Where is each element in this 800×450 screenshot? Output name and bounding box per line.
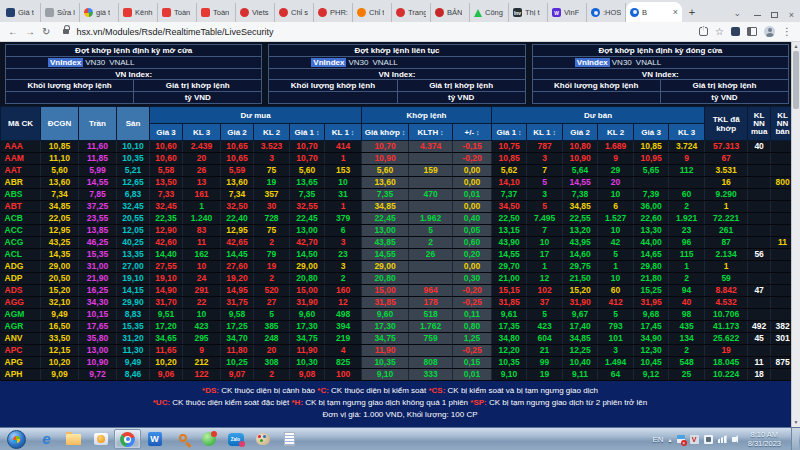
sub-header-gi-1[interactable]: Giá 1 ↕ (492, 124, 527, 141)
new-tab-button[interactable]: + (684, 4, 700, 20)
tab-search-chevron-icon[interactable]: ⌄ (733, 8, 741, 18)
chrome-taskbar-button[interactable] (114, 429, 141, 449)
ticker-cell[interactable]: ACG (1, 237, 41, 249)
table-row[interactable]: ACC12,9513,8512,0512,908312,957513,00613… (1, 225, 795, 237)
col-header-floor[interactable]: Sàn (117, 107, 150, 141)
table-row[interactable]: ABR13,6014,5512,6513,501313,601913,65101… (1, 177, 795, 189)
ticker-cell[interactable]: ANV (1, 333, 41, 345)
browser-tab[interactable]: Toàn (197, 3, 236, 22)
ticker-cell[interactable]: ABT (1, 201, 41, 213)
ticker-cell[interactable]: AGR (1, 321, 41, 333)
start-button[interactable] (7, 430, 26, 449)
ticker-cell[interactable]: APC (1, 345, 41, 357)
browser-tab[interactable]: Kênh (119, 3, 158, 22)
side-panel-icon[interactable] (747, 27, 757, 36)
browser-tab[interactable]: :HOS (587, 3, 626, 22)
security-taskbar-button[interactable] (195, 429, 222, 449)
extensions-icon[interactable] (731, 27, 740, 36)
ticker-cell[interactable]: ABS (1, 189, 41, 201)
index-tab-vnall[interactable]: VNALL (107, 58, 136, 67)
ticker-cell[interactable]: APH (1, 369, 41, 381)
profile-avatar[interactable] (764, 26, 775, 37)
index-tab-vn30[interactable]: VN30 (346, 58, 370, 67)
index-tab-vn30[interactable]: VN30 (610, 58, 634, 67)
index-tab-vnall[interactable]: VNALL (634, 58, 663, 67)
browser-tab[interactable]: WVinF (548, 3, 587, 22)
search-taskbar-button[interactable] (168, 429, 195, 449)
browser-tab[interactable]: Sửa l (41, 3, 80, 22)
browser-tab[interactable]: Giá t (2, 3, 41, 22)
ticker-cell[interactable]: ACL (1, 249, 41, 261)
maximize-button[interactable] (766, 8, 783, 22)
ticker-cell[interactable]: ADG (1, 261, 41, 273)
table-row[interactable]: ANV33,5035,8031,2034,6529534,7024834,752… (1, 333, 795, 345)
table-row[interactable]: ABT34,8537,2532,4532,45132,503032,55134,… (1, 201, 795, 213)
table-row[interactable]: APH9,099,728,469,061229,0729,081009,1033… (1, 369, 795, 381)
browser-tab[interactable]: PHR: (314, 3, 353, 22)
back-icon[interactable]: ← (8, 26, 18, 37)
index-tab-vnall[interactable]: VNALL (370, 58, 399, 67)
table-row[interactable]: AAA10,8511,6010,1010,602.43910,653.52310… (1, 141, 795, 153)
tray-chevron-icon[interactable]: ▴ (669, 436, 672, 443)
ticker-cell[interactable]: ADP (1, 273, 41, 285)
explorer-taskbar-button[interactable] (60, 429, 87, 449)
browser-tab[interactable]: BẢN (431, 3, 470, 22)
table-row[interactable]: AAT5,605,995,215,58265,59755,601535,6015… (1, 165, 795, 177)
bookmark-star-icon[interactable]: ☆ (715, 26, 724, 37)
browser-tab[interactable]: InvThị t (509, 3, 548, 22)
sub-header--[interactable]: +/- ↕ (453, 124, 492, 141)
reload-icon[interactable]: ↻ (42, 26, 50, 37)
ticker-cell[interactable]: AAM (1, 153, 41, 165)
col-header-foreign-buy[interactable]: KL NN mua (748, 107, 771, 141)
ticker-cell[interactable]: AAA (1, 141, 41, 153)
ticker-cell[interactable]: ACC (1, 225, 41, 237)
col-header-reference[interactable]: ĐCGN (41, 107, 79, 141)
action-center-flag-icon[interactable] (677, 435, 685, 443)
url-text[interactable]: hsx.vn/Modules/Rsde/RealtimeTable/LiveSe… (76, 27, 692, 37)
paint-taskbar-button[interactable] (249, 429, 276, 449)
forward-icon[interactable]: → (25, 26, 35, 37)
scroll-thumb[interactable] (793, 51, 799, 109)
col-header-ticker[interactable]: Mã CK (1, 107, 41, 141)
ticker-cell[interactable]: ABR (1, 177, 41, 189)
ticker-cell[interactable]: APG (1, 357, 41, 369)
close-button[interactable]: × (783, 8, 800, 22)
ticker-cell[interactable]: AGM (1, 309, 41, 321)
table-row[interactable]: ADP20,5021,9019,1019,102419,20220,80220,… (1, 273, 795, 285)
table-row[interactable]: AGM9,4910,158,839,51109,5859,604989,6051… (1, 309, 795, 321)
browser-tab[interactable]: Chỉ t (353, 3, 392, 22)
table-row[interactable]: ADG29,0031,0027,0027,551027,601929,00329… (1, 261, 795, 273)
show-desktop-button[interactable] (791, 428, 799, 450)
clock[interactable]: 8:10 AM 8/31/2023 (743, 430, 786, 448)
ticker-cell[interactable]: ACB (1, 213, 41, 225)
sub-header-klth[interactable]: KLTH ↕ (409, 124, 453, 141)
col-header-total-matched[interactable]: TKL đã khớp (705, 107, 748, 141)
language-indicator[interactable]: EN (652, 435, 663, 444)
table-row[interactable]: APG10,2010,909,4910,2021210,2530810,3082… (1, 357, 795, 369)
volume-icon[interactable] (732, 437, 736, 442)
zalo-taskbar-button[interactable]: Zalo (222, 429, 249, 449)
sub-header-gi-1[interactable]: Giá 1 ↕ (290, 124, 325, 141)
ticker-cell[interactable]: AAT (1, 165, 41, 177)
table-row[interactable]: AAM11,1011,8510,3510,602010,65310,70110,… (1, 153, 795, 165)
sub-header-kl-1[interactable]: KL 1 ↕ (325, 124, 362, 141)
browser-tab[interactable]: Viets (236, 3, 275, 22)
browser-menu-icon[interactable]: ⋮ (782, 26, 792, 37)
browser-tab[interactable]: Toàn (158, 3, 197, 22)
minimize-button[interactable] (749, 8, 766, 22)
index-tab-vn30[interactable]: VN30 (83, 58, 107, 67)
update-icon[interactable] (704, 435, 713, 444)
index-tab-vnindex[interactable]: VnIndex (48, 58, 83, 67)
tab-close-icon[interactable]: × (673, 7, 678, 17)
table-row[interactable]: ABS7,347,856,837,331617,343577,35317,354… (1, 189, 795, 201)
lock-icon[interactable] (63, 29, 69, 34)
network-icon[interactable] (718, 435, 727, 443)
antivirus-icon[interactable]: V (690, 435, 699, 444)
scroll-up-icon[interactable]: ▲ (792, 42, 800, 51)
ticker-cell[interactable]: AGG (1, 297, 41, 309)
notepad-taskbar-button[interactable] (276, 429, 303, 449)
media-player-taskbar-button[interactable] (87, 429, 114, 449)
browser-tab[interactable]: Công (470, 3, 509, 22)
index-tab-vnindex[interactable]: VnIndex (575, 58, 610, 67)
sub-header-gi-kh-p[interactable]: Giá khớp ↕ (362, 124, 409, 141)
